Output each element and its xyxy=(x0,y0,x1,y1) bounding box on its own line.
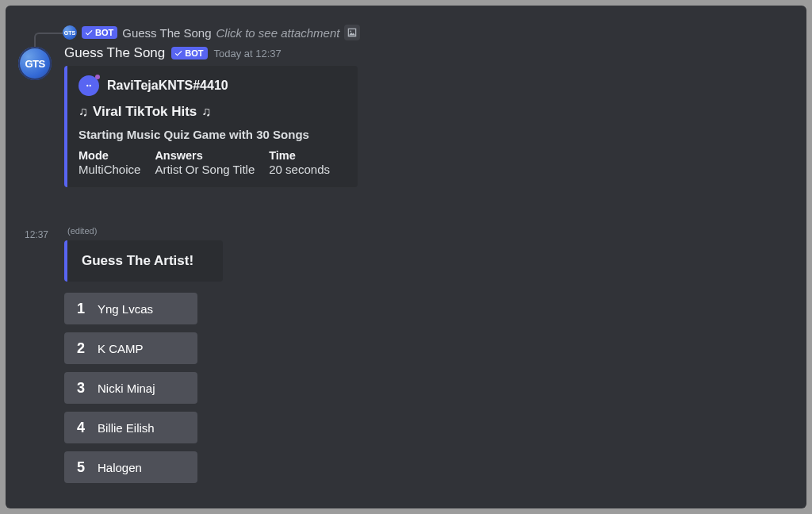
verified-check-icon xyxy=(174,48,183,58)
answer-number: 3 xyxy=(75,380,86,397)
field-name: Answers xyxy=(155,149,255,162)
answer-button-1[interactable]: 1 Yng Lvcas xyxy=(64,293,197,324)
bot-tag-reply: BOT xyxy=(82,26,117,39)
answer-number: 1 xyxy=(75,301,86,317)
answer-label: Yng Lvcas xyxy=(98,302,153,316)
embed-title: ♫ Viral TikTok Hits ♫ xyxy=(79,104,345,120)
edited-indicator: (edited) xyxy=(67,226,794,236)
embed-question-title: Guess The Artist! xyxy=(82,253,209,269)
music-note-icon: ♫ xyxy=(79,105,88,119)
embed-description: Starting Music Quiz Game with 30 Songs xyxy=(79,128,345,141)
answer-button-2[interactable]: 2 K CAMP xyxy=(64,332,197,364)
embed-game-start: RaviTejaKNTS#4410 ♫ Viral TikTok Hits ♫ … xyxy=(64,66,358,187)
answer-number: 5 xyxy=(75,459,86,476)
hover-timestamp: 12:37 xyxy=(25,229,48,240)
author-name[interactable]: Guess The Song xyxy=(64,45,165,61)
answer-button-3[interactable]: 3 Nicki Minaj xyxy=(64,372,197,404)
image-attachment-icon xyxy=(344,25,360,40)
answer-button-5[interactable]: 5 Halogen xyxy=(64,451,197,483)
verified-check-icon xyxy=(84,28,94,37)
embed-author-avatar xyxy=(79,75,99,96)
svg-point-0 xyxy=(350,30,352,32)
answer-label: Halogen xyxy=(98,461,142,474)
answer-label: Nicki Minaj xyxy=(98,382,155,395)
field-name: Mode xyxy=(79,149,140,162)
field-name: Time xyxy=(269,149,330,162)
message-timestamp: Today at 12:37 xyxy=(214,48,282,59)
reply-reference[interactable]: GTS BOT Guess The Song Click to see atta… xyxy=(63,25,360,40)
answer-number: 4 xyxy=(75,420,86,436)
field-value: 20 seconds xyxy=(269,163,330,176)
embed-question: Guess The Artist! xyxy=(64,240,223,282)
answer-buttons: 1 Yng Lvcas 2 K CAMP 3 Nicki Minaj 4 Bil… xyxy=(64,293,794,483)
music-note-icon: ♫ xyxy=(201,105,211,119)
answer-label: Billie Eilish xyxy=(98,421,155,435)
embed-author-name: RaviTejaKNTS#4410 xyxy=(107,79,228,93)
embed-field-mode: Mode MultiChoice xyxy=(79,149,140,176)
field-value: Artist Or Song Title xyxy=(155,163,255,176)
answer-button-4[interactable]: 4 Billie Eilish xyxy=(64,412,197,443)
field-value: MultiChoice xyxy=(79,163,140,176)
message-2: 12:37 (edited) Guess The Artist! 1 Yng L… xyxy=(18,226,794,483)
bot-tag-main: BOT xyxy=(171,47,207,59)
reply-avatar: GTS xyxy=(63,25,77,40)
message-1: GTS Guess The Song BOT Today at 12:37 Ra… xyxy=(18,45,794,187)
embed-author: RaviTejaKNTS#4410 xyxy=(79,75,345,96)
reply-author-name: Guess The Song xyxy=(122,26,211,40)
author-avatar[interactable]: GTS xyxy=(18,47,52,80)
embed-field-time: Time 20 seconds xyxy=(269,149,330,176)
reply-attachment-text: Click to see attachment xyxy=(216,26,340,40)
embed-fields: Mode MultiChoice Answers Artist Or Song … xyxy=(79,149,345,176)
answer-label: K CAMP xyxy=(98,342,144,355)
embed-field-answers: Answers Artist Or Song Title xyxy=(155,149,255,176)
chat-area: GTS BOT Guess The Song Click to see atta… xyxy=(6,6,806,508)
discord-logo-icon xyxy=(83,80,94,91)
answer-number: 2 xyxy=(75,340,86,357)
